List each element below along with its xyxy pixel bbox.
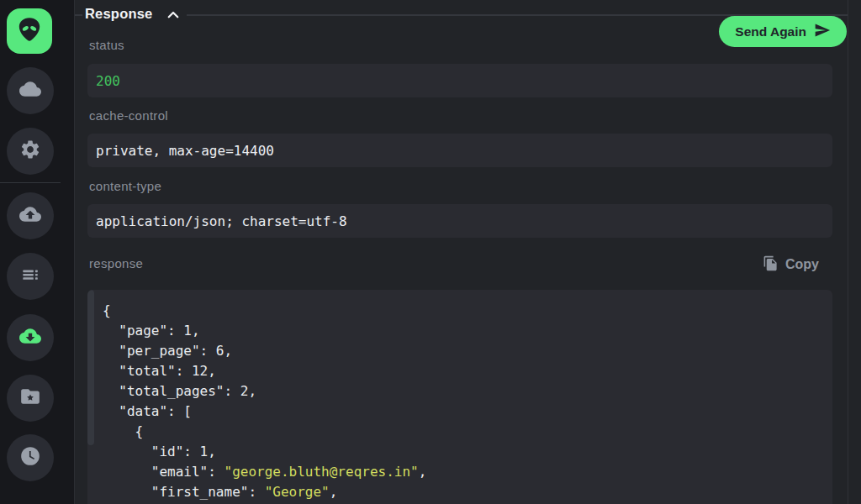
content-type-value: application/json; charset=utf-8 [96, 213, 347, 229]
response-scrollbar[interactable] [87, 290, 94, 445]
list-icon [19, 264, 41, 289]
sidebar-item-upload[interactable] [7, 192, 54, 239]
gear-icon [19, 139, 41, 164]
status-value: 200 [96, 73, 120, 89]
sidebar-item-saved[interactable] [7, 375, 54, 422]
cloud-icon [19, 78, 41, 103]
status-value-box: 200 [87, 64, 832, 97]
folder-star-icon [19, 386, 41, 411]
chevron-up-icon[interactable] [165, 8, 182, 23]
sidebar-item-cloud[interactable] [7, 67, 54, 114]
copy-button[interactable]: Copy [763, 255, 819, 275]
send-again-button[interactable]: Send Again [719, 16, 847, 47]
sidebar-divider [0, 182, 61, 183]
response-body: { "page": 1, "per_page": 6, "total": 12,… [87, 290, 832, 502]
sidebar-item-history[interactable] [7, 434, 54, 481]
clock-icon [19, 445, 41, 470]
response-body-box: { "page": 1, "per_page": 6, "total": 12,… [87, 290, 832, 504]
cache-control-value-box: private, max-age=14400 [87, 134, 832, 167]
send-again-label: Send Again [735, 24, 806, 39]
sidebar [0, 0, 75, 504]
panel-right-border [848, 0, 848, 504]
alien-icon [15, 15, 44, 47]
sidebar-item-settings[interactable] [7, 128, 54, 175]
response-label: response [89, 256, 143, 270]
sidebar-item-collections[interactable] [7, 253, 54, 300]
cache-control-value: private, max-age=14400 [96, 143, 274, 159]
status-label: status [89, 38, 124, 52]
content-type-label: content-type [89, 179, 161, 193]
send-icon [814, 22, 831, 42]
page-title: Response [85, 6, 152, 22]
header-rule-left [75, 14, 82, 16]
app-logo[interactable] [7, 8, 52, 54]
copy-label: Copy [785, 257, 819, 272]
content-type-value-box: application/json; charset=utf-8 [87, 204, 832, 238]
cloud-download-icon [19, 325, 41, 350]
cloud-upload-icon [19, 203, 41, 228]
copy-icon [763, 255, 779, 275]
cache-control-label: cache-control [89, 108, 168, 123]
sidebar-item-download[interactable] [7, 314, 54, 361]
